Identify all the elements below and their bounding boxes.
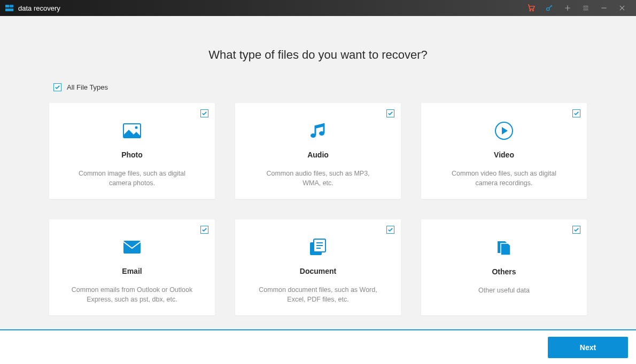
main-content: What type of files do you want to recove… [0, 16, 636, 329]
close-icon[interactable] [618, 4, 626, 12]
svg-point-5 [547, 7, 549, 10]
card-audio[interactable]: Audio Common audio files, such as MP3, W… [235, 103, 401, 199]
plus-icon[interactable] [563, 4, 572, 12]
svg-rect-1 [10, 5, 13, 7]
envelope-icon [123, 234, 141, 260]
card-desc: Common video files, such as digital came… [432, 169, 576, 189]
card-desc: Common document files, such as Word, Exc… [246, 285, 390, 305]
files-icon [495, 234, 513, 261]
card-title: Document [300, 267, 336, 275]
footer: Next [0, 329, 636, 364]
checkbox-icon[interactable] [200, 226, 208, 234]
card-title: Audio [307, 151, 329, 159]
app-logo-icon [5, 4, 14, 12]
checkbox-icon [53, 83, 61, 91]
titlebar-left: data recovery [5, 4, 60, 12]
card-photo[interactable]: Photo Common image files, such as digita… [49, 103, 215, 199]
key-icon[interactable] [545, 4, 554, 12]
svg-point-7 [135, 126, 138, 129]
card-others[interactable]: Others Other useful data [421, 219, 587, 315]
svg-point-4 [532, 10, 533, 11]
all-file-types-label: All File Types [67, 83, 108, 91]
titlebar: data recovery [0, 0, 636, 16]
card-title: Email [122, 267, 142, 275]
titlebar-controls [527, 4, 631, 12]
checkbox-icon[interactable] [386, 109, 394, 117]
svg-point-3 [530, 10, 531, 11]
card-email[interactable]: Email Common emails from Outlook or Outl… [49, 219, 215, 315]
cart-icon[interactable] [527, 4, 536, 12]
play-icon [494, 118, 514, 144]
card-title: Photo [121, 151, 143, 159]
file-type-grid: Photo Common image files, such as digita… [53, 103, 583, 315]
checkbox-icon[interactable] [386, 226, 394, 234]
svg-rect-2 [5, 9, 13, 11]
checkbox-icon[interactable] [572, 226, 580, 234]
page-title: What type of files do you want to recove… [208, 48, 428, 62]
all-file-types-toggle[interactable]: All File Types [53, 83, 108, 91]
menu-icon[interactable] [581, 4, 590, 12]
document-icon [309, 234, 327, 260]
svg-point-9 [319, 131, 324, 136]
next-button[interactable]: Next [548, 337, 628, 358]
minimize-icon[interactable] [600, 4, 608, 12]
svg-point-8 [311, 133, 316, 138]
card-desc: Other useful data [468, 286, 540, 296]
card-desc: Common emails from Outlook or Outlook Ex… [60, 285, 204, 305]
checkbox-icon[interactable] [572, 109, 580, 117]
card-desc: Common image files, such as digital came… [60, 169, 204, 189]
card-desc: Common audio files, such as MP3, WMA, et… [246, 169, 390, 189]
image-icon [123, 118, 141, 144]
checkbox-icon[interactable] [200, 109, 208, 117]
card-title: Others [492, 267, 516, 276]
music-icon [310, 118, 326, 144]
card-video[interactable]: Video Common video files, such as digita… [421, 103, 587, 199]
card-document[interactable]: Document Common document files, such as … [235, 219, 401, 315]
svg-rect-11 [123, 241, 141, 254]
app-title: data recovery [18, 4, 60, 12]
card-title: Video [494, 151, 514, 159]
svg-rect-0 [5, 5, 9, 7]
